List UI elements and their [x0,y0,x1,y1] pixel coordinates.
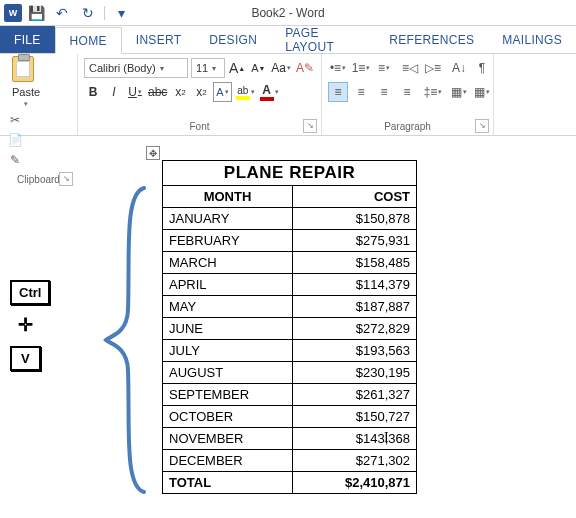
italic-button[interactable]: I [105,82,123,102]
group-font: Calibri (Body)▾ 11▾ A▲ A▼ Aa A✎ B I U ab… [78,54,322,135]
tab-insert[interactable]: INSERT [122,26,196,53]
strikethrough-button[interactable]: abc [147,82,168,102]
paste-label: Paste [12,86,40,98]
redo-button[interactable]: ↻ [78,3,98,23]
paste-button[interactable]: Paste ▾ [4,56,48,108]
table-row[interactable]: AUGUST$230,195 [163,362,417,384]
ribbon: Paste ▾ ✂ 📄 ✎ Clipboard↘ Calibri (Body)▾… [0,54,576,136]
cost-cell: $230,195 [293,362,417,384]
table-move-handle[interactable]: ✥ [146,146,160,160]
subscript-button[interactable]: x2 [171,82,189,102]
quick-access-toolbar: 💾 ↶ ↻ ▾ [26,3,131,23]
group-label-clipboard: Clipboard↘ [4,172,73,188]
text-effects-button[interactable]: A [213,82,231,102]
tab-file[interactable]: FILE [0,26,55,53]
bold-button[interactable]: B [84,82,102,102]
table-row[interactable]: DECEMBER$271,302 [163,450,417,472]
cost-cell: $158,485 [293,252,417,274]
month-cell: MAY [163,296,293,318]
cost-cell: $272,829 [293,318,417,340]
format-painter-button[interactable]: ✎ [6,152,24,168]
col-header-cost: COST [293,186,417,208]
tab-home[interactable]: HOME [55,27,122,54]
tab-references[interactable]: REFERENCES [375,26,488,53]
undo-button[interactable]: ↶ [52,3,72,23]
grow-font-button[interactable]: A▲ [228,58,246,78]
table-row[interactable]: MAY$187,887 [163,296,417,318]
table-row[interactable]: JUNE$272,829 [163,318,417,340]
clipboard-launcher[interactable]: ↘ [59,172,73,186]
qat-separator [104,6,105,20]
brace-annotation [100,184,154,496]
qat-customize[interactable]: ▾ [111,3,131,23]
month-cell: AUGUST [163,362,293,384]
sort-button[interactable]: A↓ [449,58,469,78]
table-row[interactable]: NOVEMBER$143,368 [163,428,417,450]
para-launcher[interactable]: ↘ [475,119,489,133]
plus-icon: ✛ [18,314,33,336]
text-cursor: I [384,430,389,446]
table-row[interactable]: SEPTEMBER$261,327 [163,384,417,406]
bullets-button[interactable]: •≡ [328,58,348,78]
shrink-font-button[interactable]: A▼ [249,58,267,78]
cost-cell: $271,302 [293,450,417,472]
month-cell: NOVEMBER [163,428,293,450]
shading-button[interactable]: ▦ [449,82,469,102]
tab-mailings[interactable]: MAILINGS [488,26,576,53]
table-row[interactable]: OCTOBER$150,727 [163,406,417,428]
font-name-combo[interactable]: Calibri (Body)▾ [84,58,188,78]
decrease-indent-button[interactable]: ≡◁ [400,58,420,78]
table-row[interactable]: MARCH$158,485 [163,252,417,274]
increase-indent-button[interactable]: ▷≡ [423,58,443,78]
cost-cell: $143,368 [293,428,417,450]
cost-cell: $150,727 [293,406,417,428]
line-spacing-button[interactable]: ‡≡ [423,82,443,102]
clear-formatting-button[interactable]: A✎ [295,58,315,78]
font-size-combo[interactable]: 11▾ [191,58,225,78]
month-cell: APRIL [163,274,293,296]
table-row[interactable]: JULY$193,563 [163,340,417,362]
cost-cell: $193,563 [293,340,417,362]
month-cell: FEBRUARY [163,230,293,252]
font-launcher[interactable]: ↘ [303,119,317,133]
font-color-button[interactable]: A [259,82,280,102]
highlight-button[interactable]: ab [235,82,256,102]
align-center-button[interactable]: ≡ [351,82,371,102]
numbering-button[interactable]: 1≡ [351,58,371,78]
copy-button[interactable]: 📄 [6,132,24,148]
month-cell: DECEMBER [163,450,293,472]
clipboard-icon [12,56,40,84]
show-marks-button[interactable]: ¶ [472,58,492,78]
month-cell: SEPTEMBER [163,384,293,406]
month-cell: JUNE [163,318,293,340]
superscript-button[interactable]: x2 [192,82,210,102]
table-row[interactable]: FEBRUARY$275,931 [163,230,417,252]
underline-button[interactable]: U [126,82,144,102]
align-justify-button[interactable]: ≡ [397,82,417,102]
ribbon-tabs: FILE HOME INSERT DESIGN PAGE LAYOUT REFE… [0,26,576,54]
cost-cell: $150,878 [293,208,417,230]
key-ctrl: Ctrl [10,280,50,305]
table-title: PLANE REPAIR [163,161,417,186]
cut-button[interactable]: ✂ [6,112,24,128]
total-label: TOTAL [163,472,293,494]
multilevel-list-button[interactable]: ≡ [374,58,394,78]
cost-cell: $114,379 [293,274,417,296]
save-button[interactable]: 💾 [26,3,46,23]
change-case-button[interactable]: Aa [270,58,292,78]
group-paragraph: •≡ 1≡ ≡ ≡◁ ▷≡ A↓ ¶ ≡ ≡ ≡ ≡ ‡≡ ▦ ▦ [322,54,494,135]
align-right-button[interactable]: ≡ [374,82,394,102]
table-row[interactable]: JANUARY$150,878 [163,208,417,230]
key-v: V [10,346,41,371]
titlebar: W 💾 ↶ ↻ ▾ Book2 - Word [0,0,576,26]
borders-button[interactable]: ▦ [472,82,492,102]
tab-page-layout[interactable]: PAGE LAYOUT [271,26,375,53]
month-cell: MARCH [163,252,293,274]
table-row[interactable]: APRIL$114,379 [163,274,417,296]
document-table[interactable]: PLANE REPAIR MONTH COST JANUARY$150,878F… [162,160,417,494]
tab-design[interactable]: DESIGN [195,26,271,53]
group-label-paragraph: Paragraph↘ [326,119,489,135]
align-left-button[interactable]: ≡ [328,82,348,102]
chevron-down-icon: ▾ [24,100,28,108]
cost-cell: $261,327 [293,384,417,406]
